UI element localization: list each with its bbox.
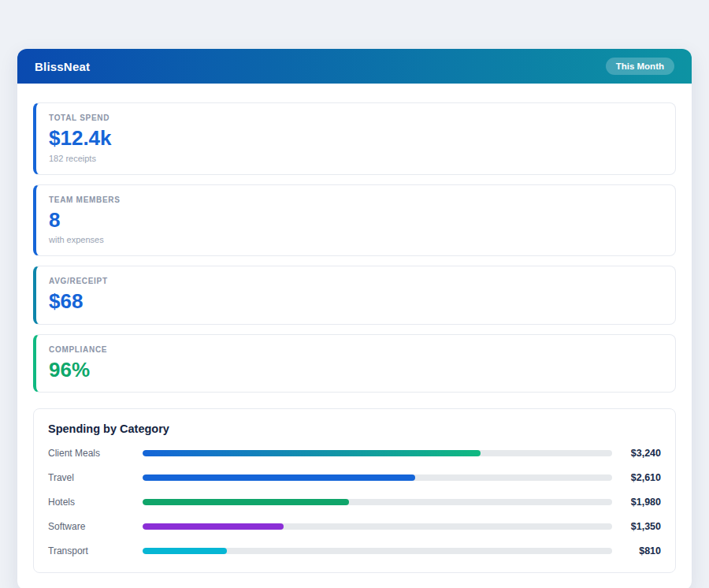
category-label: Client Meals <box>48 448 143 459</box>
bar-fill <box>143 548 227 554</box>
stat-value: 96% <box>49 359 663 381</box>
stat-card-total-spend: TOTAL SPEND $12.4k 182 receipts <box>33 102 676 175</box>
app-title: BlissNeat <box>35 60 90 73</box>
bar-fill <box>143 523 284 530</box>
stat-value: $12.4k <box>49 127 663 150</box>
stat-card-team-members: TEAM MEMBERS 8 with expenses <box>33 184 676 257</box>
stat-label: TEAM MEMBERS <box>49 195 663 204</box>
app-header: BlissNeat This Month <box>17 49 692 84</box>
category-value: $3,240 <box>612 448 661 459</box>
stat-value: 8 <box>49 209 663 232</box>
category-value: $810 <box>612 545 661 556</box>
category-label: Travel <box>48 472 143 483</box>
spending-chart-card: Spending by Category Client Meals $3,240… <box>33 408 676 573</box>
category-value: $1,980 <box>612 497 661 508</box>
bar-track <box>143 499 612 505</box>
chart-row-transport: Transport $810 <box>48 545 661 556</box>
bar-track <box>143 523 612 530</box>
period-badge[interactable]: This Month <box>606 58 674 75</box>
category-label: Software <box>48 521 143 532</box>
stat-card-avg-receipt: AVG/RECEIPT $68 <box>33 266 676 325</box>
bar-fill <box>143 499 349 505</box>
stat-label: TOTAL SPEND <box>49 114 663 122</box>
chart-row-client-meals: Client Meals $3,240 <box>48 448 661 459</box>
stat-card-compliance: COMPLIANCE 96% <box>33 334 676 393</box>
stat-value: $68 <box>49 290 663 313</box>
bar-fill <box>143 474 415 481</box>
chart-row-software: Software $1,350 <box>48 521 661 532</box>
stat-subtext: 182 receipts <box>49 154 663 163</box>
dashboard-body: TOTAL SPEND $12.4k 182 receipts TEAM MEM… <box>17 84 692 588</box>
bar-track <box>143 474 612 481</box>
chart-row-hotels: Hotels $1,980 <box>48 497 661 508</box>
stat-label: AVG/RECEIPT <box>49 277 663 285</box>
category-label: Hotels <box>48 497 143 508</box>
category-label: Transport <box>48 545 143 556</box>
category-value: $2,610 <box>612 472 661 483</box>
bar-track <box>143 548 612 554</box>
category-value: $1,350 <box>612 521 661 532</box>
bar-fill <box>143 450 481 456</box>
stat-label: COMPLIANCE <box>49 345 663 354</box>
bar-track <box>143 450 612 456</box>
chart-title: Spending by Category <box>48 422 661 435</box>
chart-row-travel: Travel $2,610 <box>48 472 661 483</box>
app-window: BlissNeat This Month TOTAL SPEND $12.4k … <box>17 49 692 588</box>
stat-subtext: with expenses <box>49 235 663 244</box>
